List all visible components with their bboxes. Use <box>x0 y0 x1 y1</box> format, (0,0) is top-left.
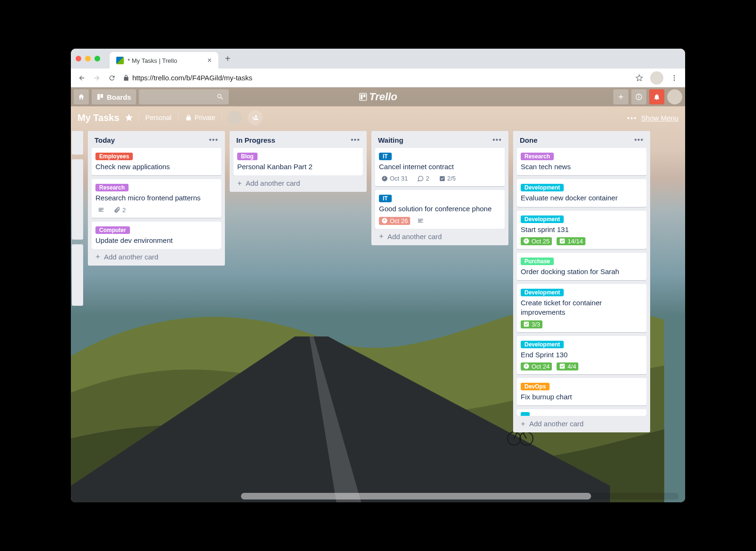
trello-logo[interactable]: Trello <box>359 91 397 103</box>
show-menu-button[interactable]: ••• Show Menu <box>627 114 679 122</box>
back-button[interactable] <box>77 74 86 82</box>
browser-window: * My Tasks | Trello × + https://trello.c… <box>71 49 685 502</box>
card-label: IT <box>379 195 392 202</box>
board-canvas[interactable]: Today•••EmployeesCheck new applicationsR… <box>71 129 685 502</box>
svg-point-2 <box>674 79 675 81</box>
due-badge: Oct 26 <box>379 217 410 225</box>
svg-point-14 <box>638 95 639 96</box>
card-title: Cancel internet contract <box>379 162 501 172</box>
invite-button[interactable] <box>248 110 263 125</box>
card[interactable]: DevelopmentCreate ticket for container i… <box>517 284 646 332</box>
search-input[interactable] <box>139 89 229 104</box>
due-badge: Oct 31 <box>379 174 410 182</box>
checklist-badge: 4/4 <box>557 362 578 370</box>
user-avatar[interactable] <box>667 89 682 104</box>
list-title[interactable]: Done <box>520 136 538 144</box>
list: Waiting•••ITCancel internet contract Oct… <box>371 131 508 245</box>
scrollbar-thumb[interactable] <box>241 493 591 499</box>
url-text: https://trello.com/b/F4PAGild/my-tasks <box>132 74 252 82</box>
card-title: Evaluate new docker container <box>521 193 643 203</box>
info-button[interactable] <box>631 89 646 104</box>
browser-tab[interactable]: * My Tasks | Trello × <box>110 52 218 69</box>
bookmark-button[interactable] <box>635 74 644 82</box>
card-title: End Sprint 130 <box>521 350 643 360</box>
browser-tabbar: * My Tasks | Trello × + <box>71 49 685 69</box>
board-title[interactable]: My Tasks <box>77 112 120 123</box>
list-menu-button[interactable]: ••• <box>351 136 360 144</box>
list-stub[interactable] <box>72 131 83 155</box>
lock-icon <box>185 114 192 121</box>
notifications-button[interactable] <box>649 89 664 104</box>
card[interactable]: ResearchScan tech news <box>517 148 646 175</box>
list-menu-button[interactable]: ••• <box>634 136 644 144</box>
card[interactable]: ComputerUpdate dev environment <box>92 222 221 249</box>
card[interactable]: BlogPersonal Kanban Part 2 <box>233 148 363 175</box>
horizontal-scrollbar[interactable] <box>241 493 679 499</box>
card-badges: 2 <box>95 206 217 214</box>
list-stub[interactable] <box>72 244 83 306</box>
card-label <box>521 412 530 416</box>
card[interactable]: DevelopmentStart sprint 131 Oct 25 14/14 <box>517 211 646 249</box>
card-label: Employees <box>95 153 133 160</box>
card-label: IT <box>379 153 392 160</box>
browser-menu-button[interactable] <box>670 74 679 82</box>
maximize-window-button[interactable] <box>94 56 100 61</box>
card-badges: Oct 26 <box>379 217 501 225</box>
card-label: Computer <box>95 226 130 234</box>
checklist-badge: 2/5 <box>437 174 458 182</box>
browser-profile-avatar[interactable] <box>650 71 663 85</box>
card-label: Research <box>95 184 129 191</box>
add-card-button[interactable]: Add another card <box>92 249 221 262</box>
favicon-icon <box>116 57 124 64</box>
card[interactable]: DevOpsFix burnup chart <box>517 378 646 405</box>
visibility-button[interactable]: Private <box>184 112 216 123</box>
list-stub[interactable] <box>72 159 83 240</box>
card[interactable]: DevelopmentEvaluate new docker container <box>517 179 646 207</box>
card[interactable]: PurchaseOrder docking station for Sarah <box>517 253 646 280</box>
star-board-button[interactable] <box>125 114 133 121</box>
window-controls <box>76 56 100 61</box>
card-label: DevOps <box>521 383 550 390</box>
list-title[interactable]: In Progress <box>236 136 275 144</box>
add-card-button[interactable]: Add another card <box>375 229 505 241</box>
reload-button[interactable] <box>108 74 116 82</box>
add-card-button[interactable]: Add another card <box>233 175 363 188</box>
add-card-button[interactable]: Add another card <box>517 416 646 429</box>
card-title: Fix burnup chart <box>521 392 643 402</box>
list-menu-button[interactable]: ••• <box>492 136 502 144</box>
create-button[interactable] <box>613 89 628 104</box>
svg-rect-13 <box>638 96 639 99</box>
card[interactable]: ITCancel internet contract Oct 31 2 2/5 <box>375 148 505 186</box>
list: Today•••EmployeesCheck new applicationsR… <box>88 131 225 266</box>
close-window-button[interactable] <box>76 56 81 61</box>
card[interactable] <box>517 409 646 416</box>
url-bar[interactable]: https://trello.com/b/F4PAGild/my-tasks <box>123 74 628 82</box>
close-tab-button[interactable]: × <box>207 56 212 65</box>
svg-rect-7 <box>97 94 100 100</box>
boards-button[interactable]: Boards <box>92 89 136 104</box>
list-title[interactable]: Waiting <box>378 136 404 144</box>
svg-point-0 <box>674 75 675 77</box>
checklist-badge: 14/14 <box>557 237 585 245</box>
list-menu-button[interactable]: ••• <box>209 136 218 144</box>
trello-logo-icon <box>359 93 367 101</box>
member-avatar[interactable] <box>228 111 242 125</box>
minimize-window-button[interactable] <box>85 56 91 61</box>
card-title: Start sprint 131 <box>521 225 643 234</box>
home-button[interactable] <box>74 89 89 104</box>
card-title: Personal Kanban Part 2 <box>237 162 359 172</box>
workspace-button[interactable]: Personal <box>145 112 172 123</box>
card-label: Development <box>521 289 564 296</box>
list-title[interactable]: Today <box>94 136 115 144</box>
list: Done•••ResearchScan tech newsDevelopment… <box>513 131 650 432</box>
new-tab-button[interactable]: + <box>222 53 233 64</box>
card[interactable]: DevelopmentEnd Sprint 130 Oct 24 4/4 <box>517 336 646 374</box>
forward-button[interactable] <box>93 74 101 82</box>
svg-rect-8 <box>101 94 103 98</box>
card[interactable]: ITGood solution for conference phone Oct… <box>375 190 505 228</box>
attachment-badge: 2 <box>112 206 128 214</box>
lock-icon <box>123 75 129 81</box>
card-title: Research micro frontend patterns <box>95 193 217 203</box>
card[interactable]: ResearchResearch micro frontend patterns… <box>92 179 221 217</box>
card[interactable]: EmployeesCheck new applications <box>92 148 221 175</box>
